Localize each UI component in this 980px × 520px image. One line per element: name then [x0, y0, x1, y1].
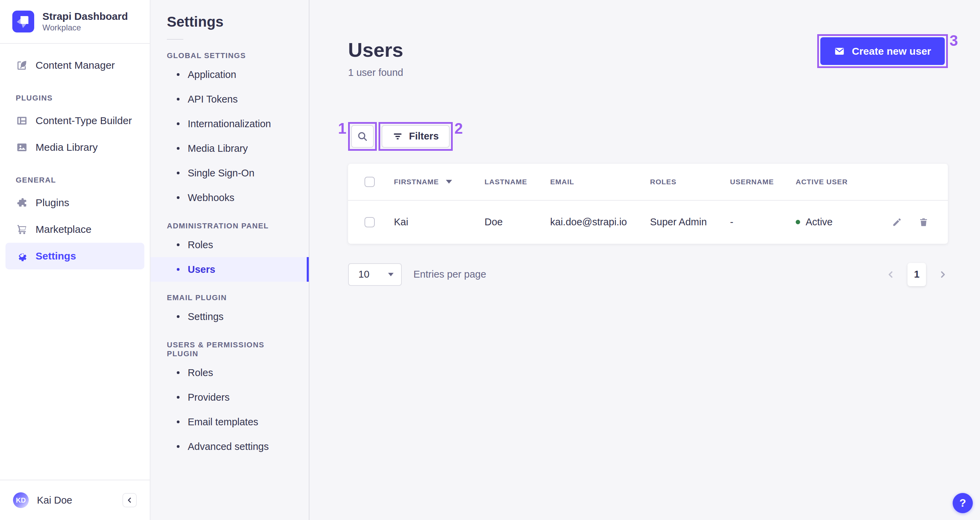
sidebar-item-label: Marketplace — [35, 224, 91, 235]
workspace-title: Strapi Dashboard — [42, 10, 128, 22]
pencil-icon — [892, 217, 902, 227]
column-header-firstname[interactable]: FIRSTNAME — [394, 178, 485, 186]
content-type-builder-icon — [16, 114, 28, 127]
cell-lastname: Doe — [485, 216, 550, 228]
settings-icon — [16, 250, 28, 262]
strapi-logo-icon — [12, 11, 34, 32]
entries-per-page-select[interactable]: 10 — [348, 263, 402, 286]
search-icon — [356, 130, 368, 142]
subnav-item-up-roles[interactable]: Roles — [150, 360, 309, 385]
active-status-label: Active — [806, 216, 833, 228]
subnav-section-global-settings: GLOBAL SETTINGS — [150, 51, 309, 60]
subnav-item-up-email-templates[interactable]: Email templates — [150, 410, 309, 434]
chevron-left-icon — [886, 269, 896, 280]
subnav-item-up-advanced-settings[interactable]: Advanced settings — [150, 434, 309, 459]
chevron-left-icon — [126, 496, 134, 504]
column-header-active-user: ACTIVE USER — [796, 178, 867, 186]
cell-username: - — [730, 216, 796, 228]
page-title: Users — [348, 39, 403, 61]
sidebar-section-general: GENERAL — [5, 176, 144, 184]
mail-icon — [834, 46, 845, 57]
subnav-section-administration-panel: ADMINISTRATION PANEL — [150, 221, 309, 231]
subnav-section-email-plugin: EMAIL PLUGIN — [150, 293, 309, 302]
cell-roles: Super Admin — [650, 216, 730, 228]
sidebar-item-content-type-builder[interactable]: Content-Type Builder — [5, 107, 144, 134]
page-title-block: Users 1 user found — [348, 34, 403, 78]
annotation-label-1: 1 — [338, 121, 346, 136]
table-row[interactable]: Kai Doe kai.doe@strapi.io Super Admin - … — [348, 201, 948, 244]
annotation-box-2: 2 Filters — [379, 122, 453, 151]
column-header-roles: ROLES — [650, 178, 730, 186]
table-actions-row: 1 2 — [348, 122, 948, 151]
filters-button-label: Filters — [409, 130, 439, 142]
filter-icon — [393, 131, 403, 142]
subnav-item-up-providers[interactable]: Providers — [150, 385, 309, 410]
subnav-item-webhooks[interactable]: Webhooks — [150, 185, 309, 210]
brand-text: Strapi Dashboard Workplace — [42, 10, 128, 33]
media-library-icon — [16, 141, 28, 154]
subnav-item-internationalization[interactable]: Internationalization — [150, 111, 309, 136]
annotation-label-3: 3 — [950, 33, 958, 48]
sidebar-footer: KD Kai Doe — [0, 480, 150, 520]
entries-per-page-value: 10 — [358, 269, 369, 280]
filters-button[interactable]: Filters — [382, 125, 450, 148]
workspace-subtitle: Workplace — [42, 22, 128, 33]
chevron-down-icon — [388, 273, 394, 276]
help-button[interactable]: ? — [953, 493, 973, 513]
cell-firstname: Kai — [394, 216, 485, 228]
subnav-item-admin-roles[interactable]: Roles — [150, 232, 309, 257]
collapse-sidebar-button[interactable] — [123, 493, 137, 507]
previous-page-button[interactable] — [886, 269, 896, 280]
create-new-user-button[interactable]: Create new user — [820, 37, 945, 65]
chevron-right-icon — [938, 269, 948, 280]
entries-per-page-label: Entries per page — [414, 269, 486, 280]
annotation-box-1: 1 — [348, 122, 377, 151]
sidebar-item-media-library[interactable]: Media Library — [5, 134, 144, 161]
table-header-row: FIRSTNAME LASTNAME EMAIL ROLES USERNAME … — [348, 164, 948, 201]
next-page-button[interactable] — [938, 269, 948, 280]
trash-icon — [918, 217, 929, 227]
user-name: Kai Doe — [37, 495, 72, 506]
sidebar-item-settings[interactable]: Settings — [5, 243, 144, 269]
sidebar-item-label: Media Library — [35, 142, 98, 153]
content-manager-icon — [16, 59, 28, 72]
sidebar-item-content-manager[interactable]: Content Manager — [5, 52, 144, 79]
sidebar-item-plugins[interactable]: Plugins — [5, 189, 144, 216]
subnav-item-application[interactable]: Application — [150, 62, 309, 87]
annotation-label-2: 2 — [455, 121, 463, 136]
column-header-lastname: LASTNAME — [485, 178, 550, 186]
sort-caret-icon — [446, 180, 452, 184]
subnav-item-email-settings[interactable]: Settings — [150, 304, 309, 329]
edit-user-button[interactable] — [892, 217, 902, 227]
user-avatar[interactable]: KD — [13, 492, 29, 508]
page-1-button[interactable]: 1 — [907, 263, 926, 286]
sidebar-item-marketplace[interactable]: Marketplace — [5, 216, 144, 243]
column-header-email: EMAIL — [550, 178, 650, 186]
sidebar-item-label: Content Manager — [35, 59, 115, 71]
delete-user-button[interactable] — [918, 217, 929, 227]
sidebar-item-label: Settings — [35, 250, 76, 262]
sidebar-item-label: Plugins — [35, 197, 69, 208]
create-new-user-label: Create new user — [852, 46, 931, 57]
subnav-section-users-permissions-plugin: USERS & PERMISSIONS PLUGIN — [150, 340, 309, 358]
active-status-dot — [796, 220, 800, 224]
row-checkbox[interactable] — [364, 217, 375, 227]
user-count-label: 1 user found — [348, 67, 403, 78]
plugins-icon — [16, 197, 28, 209]
sidebar-item-label: Content-Type Builder — [35, 115, 132, 127]
strapi-admin-app: Strapi Dashboard Workplace Content Manag… — [0, 0, 980, 520]
subnav-item-single-sign-on[interactable]: Single Sign-On — [150, 161, 309, 185]
sidebar-nav: Content Manager PLUGINS Content-Type Bui… — [0, 44, 150, 480]
users-page: Users 1 user found 3 Create new user — [309, 0, 980, 520]
subnav-item-media-library[interactable]: Media Library — [150, 136, 309, 161]
column-header-username: USERNAME — [730, 178, 796, 186]
subnav-title: Settings — [150, 14, 309, 30]
workspace-brand[interactable]: Strapi Dashboard Workplace — [0, 0, 150, 44]
subnav-item-api-tokens[interactable]: API Tokens — [150, 87, 309, 111]
subnav-item-admin-users[interactable]: Users — [150, 257, 309, 282]
select-all-checkbox[interactable] — [364, 177, 375, 187]
active-status-badge: Active — [796, 216, 867, 228]
pagination-bar: 10 Entries per page 1 — [348, 263, 948, 286]
search-button[interactable] — [351, 125, 374, 148]
cell-email: kai.doe@strapi.io — [550, 216, 650, 228]
